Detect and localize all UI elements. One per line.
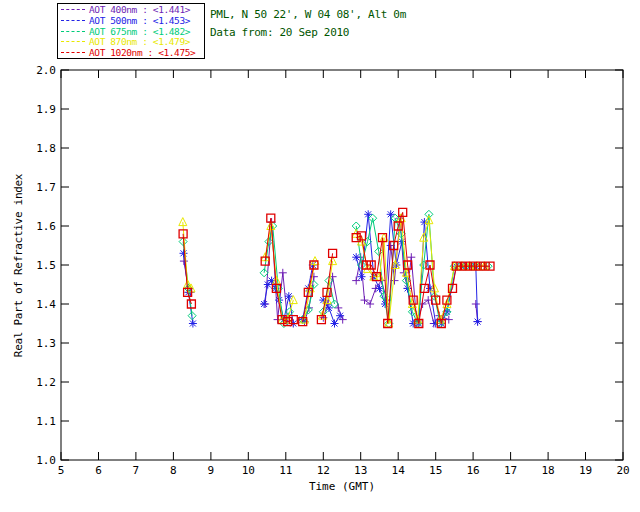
legend-label-675nm: AOT 675nm : <1.482>: [89, 26, 190, 37]
x-axis-title: Time (GMT): [242, 480, 442, 493]
x-tick-label: 11: [279, 464, 292, 477]
legend-box: AOT 400nm : <1.441> AOT 500nm : <1.453> …: [57, 3, 205, 59]
y-tick-label: 1.0: [36, 454, 56, 467]
x-tick-label: 18: [541, 464, 554, 477]
legend-label-500nm: AOT 500nm : <1.453>: [89, 15, 190, 26]
x-tick-label: 12: [317, 464, 330, 477]
y-tick-label: 1.5: [36, 259, 56, 272]
x-tick-label: 20: [616, 464, 629, 477]
y-tick-label: 1.3: [36, 337, 56, 350]
y-tick-label: 1.7: [36, 181, 56, 194]
x-tick-label: 19: [579, 464, 592, 477]
line-sample-400nm: [61, 8, 85, 10]
x-tick-label: 10: [242, 464, 255, 477]
axes-frame: [61, 70, 623, 460]
x-tick-label: 7: [133, 464, 140, 477]
y-tick-label: 1.6: [36, 220, 56, 233]
y-tick-label: 1.9: [36, 103, 56, 116]
y-tick-label: 2.0: [36, 64, 56, 77]
x-tick-label: 9: [208, 464, 215, 477]
station-location: PML, N 50 22', W 04 08', Alt 0m: [210, 6, 406, 24]
x-tick-label: 6: [95, 464, 102, 477]
legend-label-1020nm: AOT 1020nm : <1.475>: [89, 47, 195, 58]
x-tick-label: 15: [429, 464, 442, 477]
x-tick-label: 17: [504, 464, 517, 477]
line-sample-500nm: [61, 19, 85, 21]
line-sample-1020nm: [61, 51, 85, 53]
series-markers-aot-870nm: [179, 214, 489, 327]
data-date: Data from: 20 Sep 2010: [210, 24, 406, 42]
x-tick-label: 13: [354, 464, 367, 477]
series-markers-aot-675nm: [179, 210, 492, 327]
y-tick-label: 1.1: [36, 415, 56, 428]
series-line-aot-1020nm: [183, 212, 490, 323]
y-axis-title: Real Part of Refractive index: [12, 166, 25, 366]
plot-window: AOT 400nm : <1.441> AOT 500nm : <1.453> …: [0, 0, 640, 512]
x-tick-label: 14: [392, 464, 406, 477]
legend-label-400nm: AOT 400nm : <1.441>: [89, 4, 190, 15]
y-tick-label: 1.4: [36, 298, 56, 311]
line-sample-675nm: [61, 30, 85, 32]
y-tick-label: 1.8: [36, 142, 56, 155]
x-tick-label: 8: [170, 464, 177, 477]
plot-canvas: 5678910111213141516171819201.01.11.21.31…: [0, 0, 640, 512]
y-tick-label: 1.2: [36, 376, 56, 389]
x-tick-label: 16: [466, 464, 479, 477]
legend-item-1020nm: AOT 1020nm : <1.475>: [61, 48, 204, 59]
station-header: PML, N 50 22', W 04 08', Alt 0m Data fro…: [210, 6, 406, 42]
line-sample-870nm: [61, 40, 85, 42]
x-tick-label: 5: [58, 464, 65, 477]
legend-label-870nm: AOT 870nm : <1.479>: [89, 36, 190, 47]
